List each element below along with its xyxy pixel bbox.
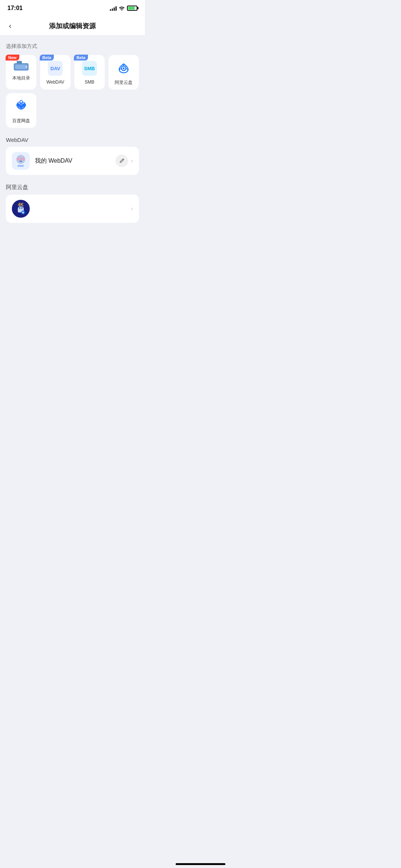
webdav-section: WebDAV DAV 我的 WebDAV [6,137,139,175]
pencil-icon [119,158,125,164]
signal-icon [110,6,117,11]
source-item-webdav[interactable]: Beta DAV WebDAV [40,55,71,90]
svg-text:4K: 4K [18,202,24,207]
source-item-smb[interactable]: Beta SMB SMB [74,55,105,90]
source-item-local-label: 本地目录 [12,75,30,81]
svg-point-10 [123,68,125,69]
aliyun-icon [115,60,132,77]
svg-point-32 [23,212,24,214]
back-button[interactable]: ‹ [6,19,14,33]
source-grid-row2: 百度网盘 [6,93,139,128]
battery-icon [127,6,137,11]
svg-point-13 [19,105,23,108]
nav-bar: ‹ 添加或编辑资源 [0,16,145,36]
status-icons [110,6,137,11]
content: 选择添加方式 New 本地目录 Beta DAV WebDAV Beta [0,36,145,239]
webdav-icon: DAV [47,60,63,77]
webdav-chevron-right: › [131,157,133,164]
aliyun-chevron-right: › [131,205,133,212]
svg-point-20 [17,157,20,160]
svg-text:DAV: DAV [50,66,61,71]
status-bar: 17:01 [0,0,145,16]
source-item-baidu[interactable]: 百度网盘 [6,93,36,128]
aliyun-section-title: 阿里云盘 [6,184,139,191]
baidu-icon [13,98,29,115]
webdav-item-name: 我的 WebDAV [35,157,110,165]
aliyun-list-card: 4K › [6,195,139,223]
svg-text:SMB: SMB [84,66,95,71]
svg-point-21 [21,157,25,160]
source-item-webdav-label: WebDAV [46,79,64,85]
source-item-baidu-label: 百度网盘 [12,118,30,124]
local-icon [13,60,29,72]
badge-beta-webdav: Beta [40,55,54,61]
wifi-icon [119,6,125,10]
webdav-item-actions: › [115,155,133,167]
aliyun-avatar: 4K [12,200,30,218]
badge-beta-smb: Beta [74,55,88,61]
webdav-section-title: WebDAV [6,137,139,143]
webdav-list-card: DAV 我的 WebDAV › [6,147,139,175]
webdav-list-item[interactable]: DAV 我的 WebDAV › [6,147,139,175]
svg-text:DAV: DAV [18,164,24,168]
badge-new: New [6,55,19,61]
svg-point-29 [19,207,20,209]
section-label-add-method: 选择添加方式 [6,43,139,50]
svg-rect-1 [15,65,27,69]
svg-rect-3 [17,61,22,64]
aliyun-list-item[interactable]: 4K › [6,195,139,223]
aliyun-section: 阿里云盘 4K [6,184,139,223]
source-item-aliyun[interactable]: 阿里云盘 [108,55,139,90]
source-item-local[interactable]: New 本地目录 [6,55,36,90]
smb-icon: SMB [81,60,98,77]
svg-point-30 [21,207,23,209]
aliyun-item-actions: › [131,205,133,212]
page-title: 添加或编辑资源 [49,22,96,30]
source-item-aliyun-label: 阿里云盘 [115,79,133,86]
status-time: 17:01 [7,5,23,12]
webdav-edit-button[interactable] [115,155,128,167]
svg-point-2 [26,66,27,68]
source-item-smb-label: SMB [85,79,94,85]
svg-point-23 [19,160,22,162]
source-grid-row1: New 本地目录 Beta DAV WebDAV Beta SMB [6,55,139,90]
webdav-avatar: DAV [12,152,30,170]
